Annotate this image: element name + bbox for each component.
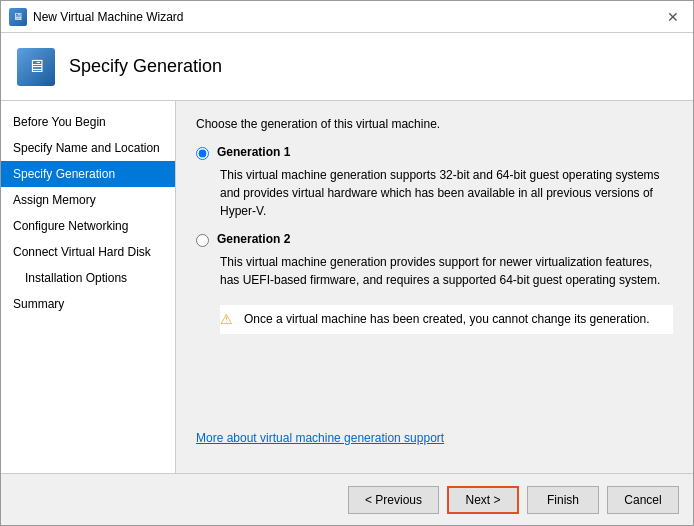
generation1-label[interactable]: Generation 1 <box>217 145 290 159</box>
window-title: New Virtual Machine Wizard <box>33 10 661 24</box>
page-title: Specify Generation <box>69 56 222 77</box>
sidebar-item-connect-vhd[interactable]: Connect Virtual Hard Disk <box>1 239 175 265</box>
title-bar: 🖥 New Virtual Machine Wizard ✕ <box>1 1 693 33</box>
window-icon: 🖥 <box>9 8 27 26</box>
generation2-option[interactable]: Generation 2 <box>196 232 673 247</box>
sidebar-item-specify-generation[interactable]: Specify Generation <box>1 161 175 187</box>
sidebar-item-assign-memory[interactable]: Assign Memory <box>1 187 175 213</box>
main-window: 🖥 New Virtual Machine Wizard ✕ 🖥 Specify… <box>0 0 694 526</box>
next-button[interactable]: Next > <box>447 486 519 514</box>
sidebar-item-before-you-begin[interactable]: Before You Begin <box>1 109 175 135</box>
spacer <box>196 334 673 423</box>
sidebar-item-specify-name[interactable]: Specify Name and Location <box>1 135 175 161</box>
warning-box: ⚠ Once a virtual machine has been create… <box>220 305 673 334</box>
main-content: Before You Begin Specify Name and Locati… <box>1 101 693 473</box>
help-link-area: More about virtual machine generation su… <box>196 431 673 445</box>
warning-icon: ⚠ <box>220 311 236 327</box>
footer: < Previous Next > Finish Cancel <box>1 473 693 525</box>
generation2-label[interactable]: Generation 2 <box>217 232 290 246</box>
sidebar-item-summary[interactable]: Summary <box>1 291 175 317</box>
close-button[interactable]: ✕ <box>661 7 685 27</box>
generation1-description: This virtual machine generation supports… <box>220 166 673 220</box>
page-header: 🖥 Specify Generation <box>1 33 693 101</box>
previous-button[interactable]: < Previous <box>348 486 439 514</box>
generation1-radio[interactable] <box>196 147 209 160</box>
generation2-radio[interactable] <box>196 234 209 247</box>
generation1-option[interactable]: Generation 1 <box>196 145 673 160</box>
sidebar-item-configure-networking[interactable]: Configure Networking <box>1 213 175 239</box>
generation2-description: This virtual machine generation provides… <box>220 253 673 289</box>
finish-button[interactable]: Finish <box>527 486 599 514</box>
header-icon: 🖥 <box>17 48 55 86</box>
warning-text: Once a virtual machine has been created,… <box>244 311 650 328</box>
help-link[interactable]: More about virtual machine generation su… <box>196 431 444 445</box>
cancel-button[interactable]: Cancel <box>607 486 679 514</box>
sidebar: Before You Begin Specify Name and Locati… <box>1 101 176 473</box>
sidebar-item-installation-options[interactable]: Installation Options <box>1 265 175 291</box>
intro-text: Choose the generation of this virtual ma… <box>196 117 673 131</box>
content-area: Choose the generation of this virtual ma… <box>176 101 693 473</box>
